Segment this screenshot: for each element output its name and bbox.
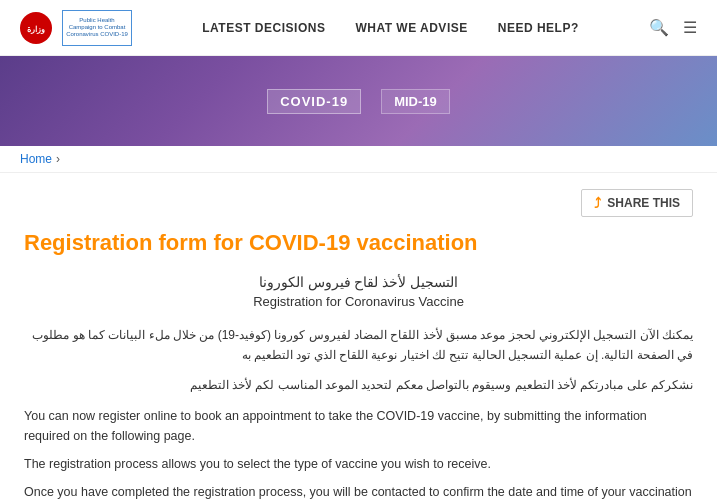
english-paragraph-3: Once you have completed the registration… [24,482,693,501]
ministry-logo: وزارة [20,12,52,44]
subtitle-arabic: التسجيل لأخذ لقاح فيروس الكورونا [24,274,693,290]
nav-latest-decisions[interactable]: LATEST DECISIONS [202,21,325,35]
share-label: SHARE THIS [607,196,680,210]
nav-what-we-advise[interactable]: WHAT WE ADVISE [355,21,467,35]
hero-banner: COVID-19 MID-19 [0,56,717,146]
english-paragraph-2: The registration process allows you to s… [24,454,693,474]
svg-text:وزارة: وزارة [27,25,45,34]
campaign-logo: Public Health Campaign to Combat Coronav… [62,10,132,46]
hero-content: COVID-19 MID-19 [267,89,450,114]
main-nav: LATEST DECISIONS WHAT WE ADVISE NEED HEL… [202,21,578,35]
arabic-paragraph-1: يمكنك الآن التسجيل الإلكتروني لحجز موعد … [24,325,693,366]
logo-area: وزارة Public Health Campaign to Combat C… [20,10,132,46]
hero-tag-covid: COVID-19 [267,89,361,114]
search-icon[interactable]: 🔍 [649,18,669,37]
breadcrumb-home[interactable]: Home [20,152,52,166]
share-row: ⤴ SHARE THIS [24,189,693,217]
hero-tag-mid: MID-19 [381,89,450,114]
breadcrumb: Home › [0,146,717,173]
menu-icon[interactable]: ☰ [683,18,697,37]
share-button[interactable]: ⤴ SHARE THIS [581,189,693,217]
english-paragraph-1: You can now register online to book an a… [24,406,693,446]
breadcrumb-separator: › [56,152,60,166]
subtitle-block: التسجيل لأخذ لقاح فيروس الكورونا Registr… [24,274,693,309]
share-icon: ⤴ [594,195,601,211]
nav-need-help[interactable]: NEED HELP? [498,21,579,35]
subtitle-english: Registration for Coronavirus Vaccine [24,294,693,309]
main-content: ⤴ SHARE THIS Registration form for COVID… [0,173,717,501]
arabic-paragraph-2: نشكركم على مبادرتكم لأخذ التطعيم وسيقوم … [24,375,693,395]
header-icon-group: 🔍 ☰ [649,18,697,37]
page-title: Registration form for COVID-19 vaccinati… [24,229,693,258]
site-header: وزارة Public Health Campaign to Combat C… [0,0,717,56]
